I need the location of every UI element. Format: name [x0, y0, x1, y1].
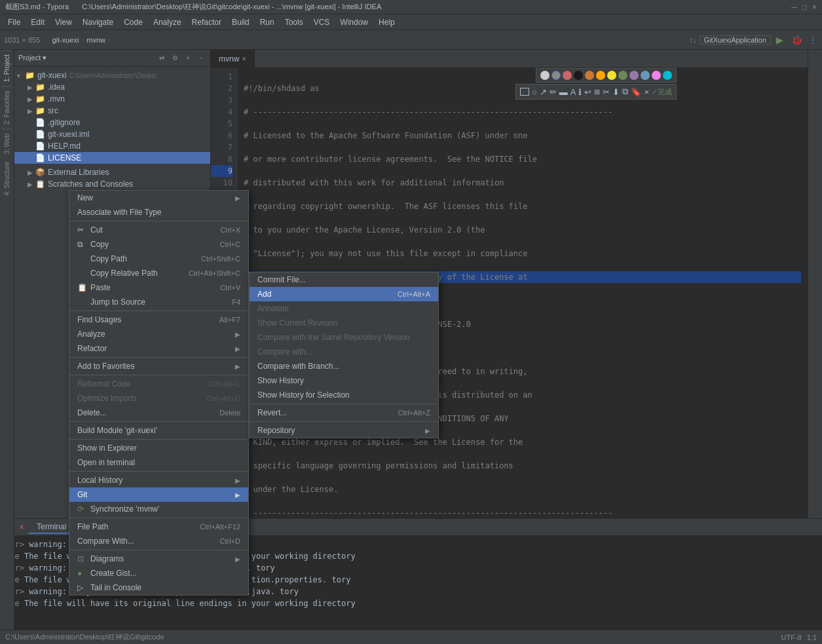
ctx-jumpsource[interactable]: Jump to Source F4 — [69, 295, 248, 309]
dot-orange[interactable] — [596, 71, 605, 80]
pixelate-shape[interactable]: ⊞ — [594, 88, 600, 96]
ctx-paste[interactable]: 📋 Paste Ctrl+V — [69, 280, 248, 295]
ctx-tailconsole[interactable]: ▷ Tail in Console — [69, 580, 248, 595]
cut-shape[interactable]: ✂ — [603, 87, 610, 97]
bookmark-shape[interactable]: 🔖 — [631, 87, 641, 97]
tree-gitignore[interactable]: ▶ 📄 .gitignore — [14, 117, 210, 128]
tab-terminal[interactable]: Terminal — [29, 521, 74, 534]
tree-idea[interactable]: ▶ 📁 .idea — [14, 81, 210, 93]
menu-edit[interactable]: Edit — [26, 16, 50, 28]
menu-build[interactable]: Build — [227, 16, 255, 28]
ctx-copyrelpath[interactable]: Copy Relative Path Ctrl+Alt+Shift+C — [69, 266, 248, 280]
ctx-openinterminal[interactable]: Open in terminal — [69, 455, 248, 470]
maximize-btn[interactable]: □ — [802, 3, 807, 12]
dot-green[interactable] — [618, 71, 627, 80]
git-app-selector[interactable]: GitXuexiApplication — [700, 35, 771, 45]
git-add[interactable]: Add Ctrl+Alt+A — [250, 287, 438, 301]
menu-help[interactable]: Help — [373, 16, 400, 28]
debug-button[interactable]: 🐞 — [789, 35, 805, 45]
sidebar-item-structure[interactable]: 4: Structure — [2, 158, 12, 200]
ctx-copypath[interactable]: Copy Path Ctrl+Shift+C — [69, 252, 248, 266]
git-showhistorysel[interactable]: Show History for Selection — [250, 388, 438, 402]
menu-analyze[interactable]: Analyze — [148, 16, 187, 28]
dot-pink[interactable] — [652, 71, 661, 80]
text-shape[interactable]: A — [570, 87, 576, 97]
ctx-copy[interactable]: ⧉ Copy Ctrl+C — [69, 237, 248, 252]
ctx-new[interactable]: New ▶ — [69, 191, 248, 205]
tab-mvnw[interactable]: mvnw × — [211, 50, 255, 67]
undo-shape[interactable]: ↩ — [584, 87, 591, 97]
menu-navigate[interactable]: Navigate — [77, 16, 119, 28]
dot-gray[interactable] — [551, 71, 561, 80]
gear-btn[interactable]: ⚙ — [170, 53, 180, 64]
tree-scratches[interactable]: ▶ 📋 Scratches and Consoles — [14, 178, 210, 190]
ctx-comparewith[interactable]: Compare With... Ctrl+D — [69, 534, 248, 548]
ctx-localhistory[interactable]: Local History ▶ — [69, 473, 248, 487]
sync-btn[interactable]: ⇄ — [157, 53, 167, 64]
menu-view[interactable]: View — [50, 16, 77, 28]
dot-red[interactable] — [563, 71, 572, 80]
menu-run[interactable]: Run — [255, 16, 280, 28]
git-commitfile[interactable]: Commit File... — [250, 273, 438, 287]
ctx-diagrams[interactable]: ⊡ Diagrams ▶ — [69, 552, 248, 566]
git-comparebranch[interactable]: Compare with Branch... — [250, 359, 438, 373]
dot-black[interactable] — [574, 71, 583, 80]
ctx-buildmodule[interactable]: Build Module 'git-xuexi' — [69, 423, 248, 438]
dot-cyan[interactable] — [663, 71, 672, 80]
dot-yellow[interactable] — [607, 71, 616, 80]
git-showhistory[interactable]: Show History — [250, 373, 438, 388]
git-revert[interactable]: Revert... Ctrl+Alt+Z — [250, 406, 438, 420]
menu-tools[interactable]: Tools — [280, 16, 308, 28]
tree-extlibs[interactable]: ▶ 📦 External Libraries — [14, 166, 210, 178]
close-annotation[interactable]: × — [644, 87, 649, 97]
git-repository[interactable]: Repository ▶ — [250, 423, 438, 438]
tree-src[interactable]: ▶ 📁 src — [14, 105, 210, 117]
check-annotation[interactable]: ✓完成 — [652, 87, 672, 97]
ctx-findusages[interactable]: Find Usages Alt+F7 — [69, 313, 248, 327]
ctx-delete[interactable]: Delete... Delete — [69, 406, 248, 420]
window-controls[interactable]: ─ □ × — [791, 3, 817, 12]
download-shape[interactable]: ⬇ — [612, 87, 620, 97]
ctx-cut[interactable]: ✂ Cut Ctrl+X — [69, 223, 248, 237]
ctx-sync[interactable]: ⟳ Synchronize 'mvnw' — [69, 502, 248, 516]
menu-window[interactable]: Window — [335, 16, 373, 28]
ctx-showinexplorer[interactable]: Show in Explorer — [69, 441, 248, 455]
ctx-creategist[interactable]: ● Create Gist... — [69, 566, 248, 580]
ctx-associate[interactable]: Associate with File Type — [69, 205, 248, 219]
copy-shape[interactable]: ⧉ — [622, 86, 628, 97]
rect-shape[interactable] — [520, 88, 529, 96]
highlight-shape[interactable]: ▬ — [559, 87, 568, 97]
menu-vcs[interactable]: VCS — [308, 16, 335, 28]
tab-mvnw-close[interactable]: × — [242, 54, 246, 64]
dot-white[interactable] — [540, 71, 550, 80]
more-run-options[interactable]: ⋮ — [808, 35, 818, 45]
menu-refactor[interactable]: Refactor — [187, 16, 227, 28]
ctx-refactor[interactable]: Refactor ▶ — [69, 341, 248, 356]
pen-shape[interactable]: ✏ — [550, 87, 557, 97]
minimize-btn[interactable]: ─ — [791, 3, 797, 12]
run-button[interactable]: ▶ — [774, 35, 786, 45]
menu-file[interactable]: File — [3, 16, 26, 28]
ctx-git[interactable]: Git ▶ — [69, 487, 248, 502]
menu-code[interactable]: Code — [119, 16, 148, 28]
dot-purple[interactable] — [629, 71, 639, 80]
tree-root[interactable]: ▾ 📁 git-xuexi C:\Users\Administrator\Des… — [14, 69, 210, 81]
dot-blue[interactable] — [641, 71, 650, 80]
expand-btn[interactable]: + — [183, 53, 193, 64]
ellipse-shape[interactable]: ○ — [532, 87, 537, 97]
sidebar-item-web[interactable]: 3: Web — [2, 129, 12, 159]
tree-help[interactable]: ▶ 📄 HELP.md — [14, 140, 210, 152]
mvnw-breadcrumb[interactable]: mvnw — [86, 36, 105, 44]
close-btn[interactable]: × — [812, 3, 817, 12]
collapse-btn[interactable]: − — [196, 53, 206, 64]
tree-mvn[interactable]: ▶ 📁 .mvn — [14, 93, 210, 105]
tree-license[interactable]: ▶ 📄 LICENSE — [14, 152, 210, 164]
close-terminal-btn[interactable]: × — [14, 523, 29, 532]
dot-darkorange[interactable] — [585, 71, 594, 80]
sidebar-item-project[interactable]: 1: Project — [2, 50, 12, 86]
ctx-analyze[interactable]: Analyze ▶ — [69, 327, 248, 341]
sidebar-item-favorites[interactable]: 2: Favorites — [2, 86, 12, 128]
tree-iml[interactable]: ▶ 📄 git-xuexi.iml — [14, 128, 210, 140]
ctx-filepath[interactable]: File Path Ctrl+Alt+F12 — [69, 520, 248, 534]
arrow-shape[interactable]: ↗ — [540, 87, 547, 97]
